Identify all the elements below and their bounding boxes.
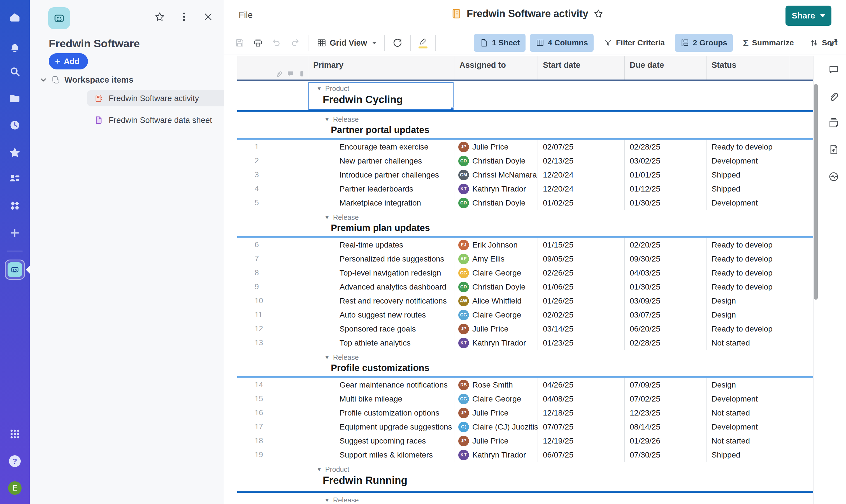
assignee-cell[interactable]: CDChristian Doyle [454, 154, 538, 168]
favorites-icon[interactable] [8, 146, 21, 159]
start-date-cell[interactable]: 07/07/25 [538, 420, 625, 434]
task-title-cell[interactable]: Auto suggest new routes [308, 308, 454, 322]
table-row[interactable]: 12Sponsored race goalsJPJulie Price03/14… [237, 322, 813, 336]
assignee-cell[interactable]: CMChrissi McNamara [454, 168, 538, 182]
sidebar-item-activity[interactable]: Fredwin Software activity [87, 90, 243, 106]
due-date-cell[interactable]: 03/09/25 [625, 294, 706, 308]
status-cell[interactable]: Development [706, 420, 790, 434]
start-date-cell[interactable]: 12/18/25 [538, 406, 625, 420]
due-date-cell[interactable]: 02/28/25 [625, 140, 706, 154]
due-date-cell[interactable]: 12/23/25 [625, 406, 706, 420]
task-title-cell[interactable]: Partner leaderboards [308, 182, 454, 196]
task-title-cell[interactable]: Rest and recovery notifications [308, 294, 454, 308]
start-date-cell[interactable]: 02/07/25 [538, 140, 625, 154]
task-title-cell[interactable]: Real-time updates [308, 238, 454, 252]
assignee-cell[interactable]: CGClaire George [454, 266, 538, 280]
status-cell[interactable]: Design [706, 378, 790, 392]
start-date-cell[interactable]: 01/15/25 [538, 238, 625, 252]
expand-toolbar-icon[interactable] [829, 37, 839, 48]
proof-icon[interactable] [298, 70, 305, 77]
table-row[interactable]: 11Auto suggest new routesCGClaire George… [237, 308, 813, 322]
workspace-logo-tile[interactable] [48, 7, 70, 29]
task-title-cell[interactable]: Sponsored race goals [308, 322, 454, 336]
start-date-cell[interactable]: 09/05/25 [538, 252, 625, 266]
redo-button[interactable] [290, 37, 300, 48]
task-title-cell[interactable]: Support miles & kilometers [308, 448, 454, 462]
start-date-cell[interactable]: 01/23/25 [538, 336, 625, 350]
due-date-cell[interactable]: 01/30/25 [625, 280, 706, 294]
sidebar-item-data-sheet[interactable]: Fredwin Software data sheet [87, 112, 243, 128]
status-cell[interactable]: Design [706, 308, 790, 322]
column-header-assigned-to[interactable]: Assigned to [454, 56, 538, 79]
status-cell[interactable]: Ready to develop [706, 140, 790, 154]
assignee-cell[interactable]: KTKathryn Tirador [454, 336, 538, 350]
task-title-cell[interactable]: Encourage team exercise [308, 140, 454, 154]
assignee-cell[interactable]: JPJulie Price [454, 434, 538, 448]
start-date-cell[interactable]: 04/26/25 [538, 378, 625, 392]
task-title-cell[interactable]: Gear maintenance notifications [308, 378, 454, 392]
due-date-cell[interactable]: 06/20/25 [625, 322, 706, 336]
status-cell[interactable]: Ready to develop [706, 252, 790, 266]
collapse-arrow-icon[interactable]: ▼ [324, 355, 330, 360]
table-row[interactable]: 15Multi bike mileageCGClaire George04/08… [237, 392, 813, 406]
release-group-row[interactable]: ▼ReleasePremium plan updates [237, 210, 813, 238]
task-title-cell[interactable]: Introduce partner challenges [308, 168, 454, 182]
comment-icon[interactable] [287, 70, 294, 77]
assignee-cell[interactable]: JPJulie Price [454, 140, 538, 154]
attachments-icon[interactable] [828, 91, 839, 102]
column-count-chip[interactable]: 4 Columns [530, 34, 594, 52]
table-row[interactable]: 8Top-level navigation redesignCGClaire G… [237, 266, 813, 280]
assignee-cell[interactable]: JPJulie Price [454, 322, 538, 336]
table-row[interactable]: 17Equipment upgrade suggestionsC(Claire … [237, 420, 813, 434]
due-date-cell[interactable]: 07/30/25 [625, 448, 706, 462]
sheet-count-chip[interactable]: 1 Sheet [474, 34, 526, 52]
collapse-arrow-icon[interactable]: ▼ [324, 215, 330, 220]
due-date-cell[interactable]: 03/02/25 [625, 154, 706, 168]
start-date-cell[interactable]: 02/13/25 [538, 154, 625, 168]
table-row[interactable]: 7Personalized ride suggestionsAEAmy Elli… [237, 252, 813, 266]
recents-icon[interactable] [9, 119, 21, 131]
fill-handle[interactable] [451, 107, 454, 110]
vertical-scrollbar[interactable] [814, 84, 818, 300]
publish-icon[interactable] [828, 144, 839, 155]
table-row[interactable]: 19Support miles & kilometersKTKathryn Ti… [237, 448, 813, 462]
task-title-cell[interactable]: New partner challenges [308, 154, 454, 168]
formatting-pen-button[interactable] [419, 37, 427, 49]
status-cell[interactable]: Not started [706, 434, 790, 448]
table-row[interactable]: 9Advanced analytics dashboardCDChristian… [237, 280, 813, 294]
collapse-arrow-icon[interactable]: ▼ [317, 467, 322, 472]
active-workspace-tile[interactable] [5, 259, 25, 280]
file-menu[interactable]: File [239, 10, 253, 20]
summarize-button[interactable]: Σ Summarize [737, 34, 799, 52]
assignee-cell[interactable]: AEAmy Ellis [454, 252, 538, 266]
due-date-cell[interactable]: 01/29/26 [625, 434, 706, 448]
due-date-cell[interactable]: 07/02/25 [625, 392, 706, 406]
status-cell[interactable]: Ready to develop [706, 238, 790, 252]
activity-log-icon[interactable] [828, 171, 839, 182]
refresh-button[interactable] [392, 38, 403, 48]
search-icon[interactable] [9, 66, 21, 78]
start-date-cell[interactable]: 12/20/24 [538, 168, 625, 182]
status-cell[interactable]: Shipped [706, 168, 790, 182]
product-group-row[interactable]: ▼ProductFredwin Running [237, 462, 813, 493]
release-group-row[interactable]: ▼ReleaseProfile customizations [237, 350, 813, 378]
assignee-cell[interactable]: CDChristian Doyle [454, 280, 538, 294]
release-group-row[interactable]: ▼ReleasePartner portal updates [237, 112, 813, 140]
table-row[interactable]: 14Gear maintenance notificationsRSRose S… [237, 378, 813, 392]
product-group-row[interactable]: ▼ProductFredwin Cycling [237, 81, 813, 112]
due-date-cell[interactable]: 02/20/25 [625, 238, 706, 252]
group-count-chip[interactable]: 2 Groups [675, 34, 733, 52]
status-cell[interactable]: Not started [706, 406, 790, 420]
members-icon[interactable] [8, 173, 21, 185]
table-row[interactable]: 4Partner leaderboardsKTKathryn Tirador12… [237, 182, 813, 196]
due-date-cell[interactable]: 03/07/25 [625, 308, 706, 322]
assignee-cell[interactable]: CDChristian Doyle [454, 196, 538, 210]
undo-button[interactable] [271, 37, 282, 48]
start-date-cell[interactable]: 01/06/25 [538, 280, 625, 294]
proofs-icon[interactable] [828, 117, 839, 128]
due-date-cell[interactable]: 02/28/25 [625, 336, 706, 350]
collapse-arrow-icon[interactable]: ▼ [324, 498, 330, 502]
assignee-cell[interactable]: CGClaire George [454, 308, 538, 322]
notifications-icon[interactable] [9, 42, 21, 55]
assignee-cell[interactable]: RSRose Smith [454, 378, 538, 392]
